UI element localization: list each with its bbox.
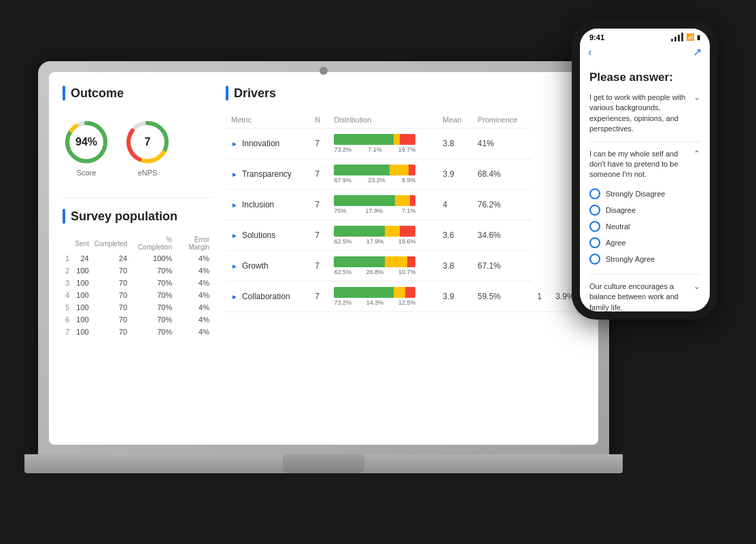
- drivers-distribution: 73.2% 14.3% 12.5%: [328, 282, 437, 312]
- survey-col-completion: % Completion: [130, 235, 175, 252]
- enps-gauge: 7 eNPS: [124, 118, 171, 177]
- drivers-table-row: ► Inclusion 7 75% 17.9% 7.1%: [226, 190, 585, 220]
- bar-wrapper: 75% 17.9% 7.1%: [334, 195, 432, 214]
- bar-container: [334, 226, 415, 237]
- bar-red-label: 12.5%: [398, 299, 416, 306]
- drivers-table-row: ► Solutions 7 62.5% 17.9% 19.6%: [226, 220, 585, 251]
- laptop-camera-icon: [320, 67, 328, 75]
- phone-title: Please answer:: [589, 71, 700, 84]
- back-button[interactable]: ‹: [588, 46, 591, 58]
- drivers-mean: 3.6: [437, 220, 472, 251]
- score-label: Score: [77, 169, 97, 177]
- phone-screen: 9:41 📶 ▮ ‹ ↗ Pleas: [580, 29, 710, 311]
- bar-wrapper: 73.2% 14.3% 12.5%: [334, 287, 432, 306]
- drivers-mean: 3.9: [437, 282, 472, 312]
- drivers-mean: 3.9: [437, 159, 472, 190]
- bar-container: [334, 195, 415, 206]
- survey-row-completion: 100%: [130, 252, 175, 265]
- phone: 9:41 📶 ▮ ‹ ↗ Pleas: [572, 20, 718, 320]
- question-3-row: Our culture encourages a balance between…: [589, 282, 700, 311]
- enps-value: 7: [145, 136, 151, 148]
- drivers-col-distribution: Distribution: [328, 112, 437, 129]
- survey-population-section: Survey population Sent Completed % Compl…: [63, 197, 212, 338]
- drivers-metric: ► Solutions: [226, 220, 309, 251]
- drivers-table-row: ► Collaboration 7 73.2% 14.3% 12.5%: [226, 282, 585, 312]
- radio-option[interactable]: Strongly Agree: [589, 251, 700, 267]
- drivers-prominence: 76.2%: [472, 190, 532, 220]
- bar-wrapper: 62.5% 26.8% 10.7%: [334, 256, 432, 275]
- survey-row-completion: 70%: [130, 265, 175, 277]
- question-1-row: I get to work with people with various b…: [589, 92, 700, 135]
- bar-yellow-label: 17.9%: [366, 238, 384, 245]
- drivers-n: 7: [309, 190, 328, 220]
- question-1-expand-button[interactable]: ⌄: [693, 92, 700, 102]
- question-3-expand-button[interactable]: ⌄: [693, 282, 700, 291]
- bar-green-label: 73.2%: [334, 146, 351, 153]
- bar-green: [334, 134, 394, 145]
- bar-container: [334, 134, 415, 145]
- driver-name-label: Innovation: [242, 139, 279, 148]
- driver-expand-icon[interactable]: ►: [231, 293, 238, 301]
- radio-option[interactable]: Neutral: [589, 218, 700, 235]
- drivers-col-n: N: [309, 112, 328, 129]
- enps-circle: 7: [124, 118, 171, 166]
- survey-row-completed: 70: [92, 326, 130, 338]
- question-2-collapse-button[interactable]: ⌃: [693, 149, 700, 158]
- survey-row-completion: 70%: [130, 277, 175, 289]
- drivers-n: 7: [309, 159, 328, 190]
- phone-time: 9:41: [589, 33, 604, 41]
- driver-expand-icon[interactable]: ►: [231, 262, 238, 270]
- survey-row-completed: 70: [92, 265, 130, 277]
- drivers-extra1: 1: [532, 282, 550, 312]
- survey-table-row: 5 100 70 70% 4%: [63, 301, 212, 313]
- signal-icon: [671, 33, 683, 41]
- drivers-n: 7: [309, 129, 328, 159]
- survey-row-completion: 70%: [130, 289, 175, 301]
- share-button[interactable]: ↗: [693, 46, 702, 58]
- right-panel: Drivers Metric N Distribution Mean Promi…: [226, 86, 585, 431]
- bar-yellow: [395, 195, 409, 206]
- survey-row-margin: 4%: [175, 277, 212, 289]
- drivers-table-row: ► Growth 7 62.5% 26.8% 10.7%: [226, 251, 585, 282]
- survey-row-completion: 70%: [130, 313, 175, 326]
- question-1-text: I get to work with people with various b…: [589, 92, 689, 135]
- drivers-distribution: 73.2% 7.1% 19.7%: [328, 129, 437, 159]
- question-3-text: Our culture encourages a balance between…: [589, 282, 689, 311]
- radio-option[interactable]: Strongly Disagree: [589, 186, 700, 202]
- driver-expand-icon[interactable]: ►: [231, 140, 238, 148]
- survey-row-completed: 70: [92, 313, 130, 326]
- radio-label: Strongly Disagree: [606, 190, 665, 198]
- drivers-mean: 4: [437, 190, 472, 220]
- survey-row-completion: 70%: [130, 326, 175, 338]
- bar-wrapper: 67.9% 23.2% 8.9%: [334, 165, 432, 184]
- radio-option[interactable]: Agree: [589, 235, 700, 251]
- survey-table-row: 2 100 70 70% 4%: [63, 265, 212, 277]
- laptop: Outcome: [38, 61, 609, 524]
- drivers-prominence: 67.1%: [472, 251, 532, 282]
- bar-green-label: 67.9%: [334, 177, 351, 184]
- survey-table-row: 4 100 70 70% 4%: [63, 289, 212, 301]
- laptop-body: Outcome: [38, 61, 609, 456]
- bar-red-label: 10.7%: [398, 269, 416, 275]
- bar-yellow-label: 7.1%: [368, 146, 382, 153]
- drivers-metric: ► Growth: [226, 251, 309, 282]
- bar-yellow: [394, 134, 400, 145]
- driver-expand-icon[interactable]: ►: [231, 232, 238, 239]
- survey-table-row: 6 100 70 70% 4%: [63, 313, 212, 326]
- driver-expand-icon[interactable]: ►: [231, 201, 238, 209]
- bar-red: [400, 226, 416, 237]
- radio-option[interactable]: Disagree: [589, 202, 700, 218]
- survey-table-row: 7 100 70 70% 4%: [63, 326, 212, 338]
- bar-green-label: 75%: [334, 207, 346, 214]
- radio-circle-icon: [589, 205, 600, 216]
- question-2-row: I can be my whole self and don't have to…: [589, 149, 700, 180]
- radio-circle-icon: [589, 254, 600, 265]
- outcome-title: Outcome: [63, 86, 212, 101]
- survey-row-completed: 70: [92, 301, 130, 313]
- survey-col-margin: Error Margin: [175, 235, 212, 252]
- bar-container: [334, 287, 415, 298]
- score-value: 94%: [75, 136, 97, 148]
- driver-expand-icon[interactable]: ►: [231, 171, 238, 178]
- bar-yellow-label: 26.8%: [366, 269, 384, 275]
- bar-green: [334, 165, 389, 175]
